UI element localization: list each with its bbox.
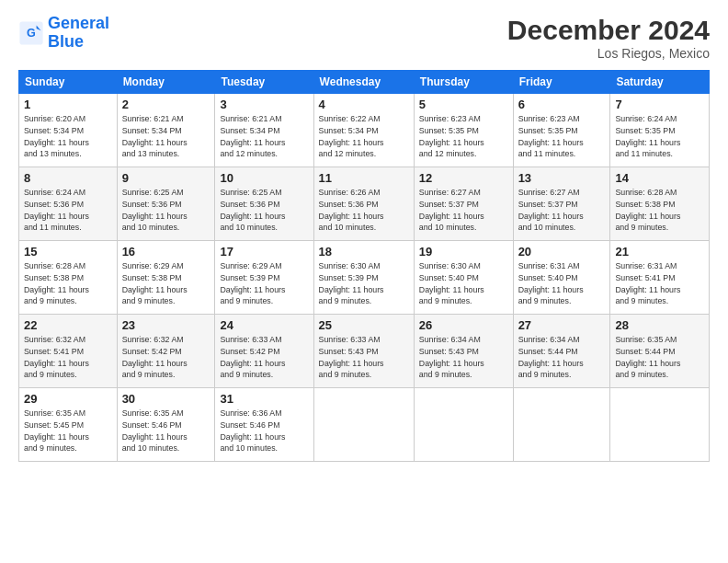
header-tuesday: Tuesday xyxy=(215,71,313,94)
day-info: Sunrise: 6:32 AM Sunset: 5:41 PM Dayligh… xyxy=(24,334,112,381)
day-number: 13 xyxy=(518,171,606,185)
table-row: 16Sunrise: 6:29 AM Sunset: 5:38 PM Dayli… xyxy=(117,241,215,315)
table-row: 9Sunrise: 6:25 AM Sunset: 5:36 PM Daylig… xyxy=(117,167,215,241)
day-number: 18 xyxy=(319,245,409,259)
header-thursday: Thursday xyxy=(414,71,513,94)
day-number: 30 xyxy=(122,392,210,406)
table-row: 13Sunrise: 6:27 AM Sunset: 5:37 PM Dayli… xyxy=(513,167,610,241)
day-info: Sunrise: 6:35 AM Sunset: 5:46 PM Dayligh… xyxy=(122,408,210,454)
title-area: December 2024 Los Riegos, Mexico xyxy=(507,15,710,61)
day-number: 2 xyxy=(122,98,210,111)
table-row: 30Sunrise: 6:35 AM Sunset: 5:46 PM Dayli… xyxy=(117,388,215,462)
calendar-week-row: 8Sunrise: 6:24 AM Sunset: 5:36 PM Daylig… xyxy=(19,167,710,241)
day-info: Sunrise: 6:27 AM Sunset: 5:37 PM Dayligh… xyxy=(419,187,508,234)
day-number: 6 xyxy=(518,98,606,111)
day-info: Sunrise: 6:29 AM Sunset: 5:39 PM Dayligh… xyxy=(220,260,308,307)
header-sunday: Sunday xyxy=(19,71,118,94)
day-number: 3 xyxy=(220,98,308,111)
header-saturday: Saturday xyxy=(610,71,710,94)
table-row: 12Sunrise: 6:27 AM Sunset: 5:37 PM Dayli… xyxy=(414,167,513,241)
day-info: Sunrise: 6:32 AM Sunset: 5:42 PM Dayligh… xyxy=(122,334,210,381)
svg-text:G: G xyxy=(27,27,36,40)
table-row: 3Sunrise: 6:21 AM Sunset: 5:34 PM Daylig… xyxy=(215,94,313,167)
weekday-header-row: Sunday Monday Tuesday Wednesday Thursday… xyxy=(19,71,710,94)
table-row: 23Sunrise: 6:32 AM Sunset: 5:42 PM Dayli… xyxy=(117,315,215,388)
day-info: Sunrise: 6:30 AM Sunset: 5:40 PM Dayligh… xyxy=(419,260,508,307)
table-row xyxy=(313,388,414,462)
table-row: 2Sunrise: 6:21 AM Sunset: 5:34 PM Daylig… xyxy=(117,94,215,167)
logo-blue: Blue xyxy=(48,33,109,52)
day-number: 29 xyxy=(24,392,112,406)
table-row: 20Sunrise: 6:31 AM Sunset: 5:40 PM Dayli… xyxy=(513,241,610,315)
logo: G General Blue xyxy=(18,15,109,52)
day-number: 26 xyxy=(419,318,508,332)
header-wednesday: Wednesday xyxy=(313,71,414,94)
table-row: 6Sunrise: 6:23 AM Sunset: 5:35 PM Daylig… xyxy=(513,94,610,167)
table-row: 27Sunrise: 6:34 AM Sunset: 5:44 PM Dayli… xyxy=(513,315,610,388)
day-number: 8 xyxy=(24,171,112,185)
day-number: 12 xyxy=(419,171,508,185)
day-number: 4 xyxy=(319,98,409,111)
day-number: 19 xyxy=(419,245,508,259)
day-number: 31 xyxy=(220,392,308,406)
calendar-week-row: 15Sunrise: 6:28 AM Sunset: 5:38 PM Dayli… xyxy=(19,241,710,315)
day-number: 5 xyxy=(419,98,508,111)
table-row: 15Sunrise: 6:28 AM Sunset: 5:38 PM Dayli… xyxy=(19,241,118,315)
table-row: 4Sunrise: 6:22 AM Sunset: 5:34 PM Daylig… xyxy=(313,94,414,167)
day-info: Sunrise: 6:25 AM Sunset: 5:36 PM Dayligh… xyxy=(220,187,308,234)
location: Los Riegos, Mexico xyxy=(507,46,710,61)
day-number: 10 xyxy=(220,171,308,185)
day-number: 25 xyxy=(319,318,409,332)
table-row: 22Sunrise: 6:32 AM Sunset: 5:41 PM Dayli… xyxy=(19,315,118,388)
table-row: 17Sunrise: 6:29 AM Sunset: 5:39 PM Dayli… xyxy=(215,241,313,315)
day-number: 11 xyxy=(319,171,409,185)
day-info: Sunrise: 6:21 AM Sunset: 5:34 PM Dayligh… xyxy=(122,113,210,160)
day-info: Sunrise: 6:27 AM Sunset: 5:37 PM Dayligh… xyxy=(518,187,606,234)
day-number: 23 xyxy=(122,318,210,332)
day-number: 14 xyxy=(615,171,704,185)
day-info: Sunrise: 6:28 AM Sunset: 5:38 PM Dayligh… xyxy=(615,187,704,234)
day-info: Sunrise: 6:20 AM Sunset: 5:34 PM Dayligh… xyxy=(24,113,112,160)
day-number: 28 xyxy=(615,318,704,332)
day-info: Sunrise: 6:35 AM Sunset: 5:45 PM Dayligh… xyxy=(24,408,112,454)
day-info: Sunrise: 6:34 AM Sunset: 5:44 PM Dayligh… xyxy=(518,334,606,381)
calendar-week-row: 22Sunrise: 6:32 AM Sunset: 5:41 PM Dayli… xyxy=(19,315,710,388)
day-number: 24 xyxy=(220,318,308,332)
header-monday: Monday xyxy=(117,71,215,94)
day-info: Sunrise: 6:36 AM Sunset: 5:46 PM Dayligh… xyxy=(220,408,308,454)
table-row xyxy=(610,388,710,462)
day-info: Sunrise: 6:21 AM Sunset: 5:34 PM Dayligh… xyxy=(220,113,308,160)
day-info: Sunrise: 6:31 AM Sunset: 5:41 PM Dayligh… xyxy=(615,260,704,307)
header-friday: Friday xyxy=(513,71,610,94)
table-row: 7Sunrise: 6:24 AM Sunset: 5:35 PM Daylig… xyxy=(610,94,710,167)
table-row: 26Sunrise: 6:34 AM Sunset: 5:43 PM Dayli… xyxy=(414,315,513,388)
day-number: 1 xyxy=(24,98,112,111)
table-row xyxy=(414,388,513,462)
day-number: 27 xyxy=(518,318,606,332)
table-row: 8Sunrise: 6:24 AM Sunset: 5:36 PM Daylig… xyxy=(19,167,118,241)
logo-general: General xyxy=(48,14,109,32)
table-row: 28Sunrise: 6:35 AM Sunset: 5:44 PM Dayli… xyxy=(610,315,710,388)
day-info: Sunrise: 6:33 AM Sunset: 5:43 PM Dayligh… xyxy=(319,334,409,381)
day-number: 20 xyxy=(518,245,606,259)
day-info: Sunrise: 6:23 AM Sunset: 5:35 PM Dayligh… xyxy=(419,113,508,160)
table-row xyxy=(513,388,610,462)
table-row: 18Sunrise: 6:30 AM Sunset: 5:39 PM Dayli… xyxy=(313,241,414,315)
page: G General Blue December 2024 Los Riegos,… xyxy=(0,0,728,563)
logo-text: General Blue xyxy=(48,15,109,52)
day-info: Sunrise: 6:31 AM Sunset: 5:40 PM Dayligh… xyxy=(518,260,606,307)
header: G General Blue December 2024 Los Riegos,… xyxy=(18,15,710,61)
table-row: 1Sunrise: 6:20 AM Sunset: 5:34 PM Daylig… xyxy=(19,94,118,167)
day-info: Sunrise: 6:24 AM Sunset: 5:35 PM Dayligh… xyxy=(615,113,704,160)
table-row: 24Sunrise: 6:33 AM Sunset: 5:42 PM Dayli… xyxy=(215,315,313,388)
day-info: Sunrise: 6:35 AM Sunset: 5:44 PM Dayligh… xyxy=(615,334,704,381)
day-info: Sunrise: 6:29 AM Sunset: 5:38 PM Dayligh… xyxy=(122,260,210,307)
calendar-week-row: 29Sunrise: 6:35 AM Sunset: 5:45 PM Dayli… xyxy=(19,388,710,462)
day-info: Sunrise: 6:34 AM Sunset: 5:43 PM Dayligh… xyxy=(419,334,508,381)
day-number: 16 xyxy=(122,245,210,259)
calendar: Sunday Monday Tuesday Wednesday Thursday… xyxy=(18,70,710,462)
table-row: 14Sunrise: 6:28 AM Sunset: 5:38 PM Dayli… xyxy=(610,167,710,241)
day-info: Sunrise: 6:30 AM Sunset: 5:39 PM Dayligh… xyxy=(319,260,409,307)
day-info: Sunrise: 6:28 AM Sunset: 5:38 PM Dayligh… xyxy=(24,260,112,307)
table-row: 11Sunrise: 6:26 AM Sunset: 5:36 PM Dayli… xyxy=(313,167,414,241)
